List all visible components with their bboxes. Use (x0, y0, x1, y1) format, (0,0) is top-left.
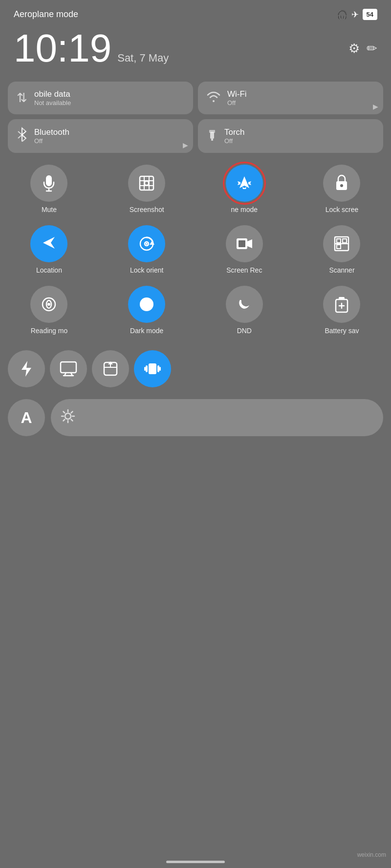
clock-date: Sat, 7 May (117, 52, 169, 64)
tile-bluetooth[interactable]: Bluetooth Off ▶ (8, 119, 193, 153)
tiles-row-1: ⇅ obile data Not available Wi-Fi Off ▶ (8, 82, 383, 114)
tile-wifi[interactable]: Wi-Fi Off ▶ (198, 82, 383, 114)
bluetooth-sub: Off (34, 137, 69, 145)
svg-point-32 (140, 297, 153, 311)
svg-marker-16 (43, 237, 55, 249)
status-bar-icons: 🎧 ✈ 54 (337, 9, 377, 20)
torch-sub: Off (224, 137, 245, 145)
wifi-sub: Off (227, 99, 247, 106)
location-label: Location (36, 266, 62, 274)
icon-item-mute[interactable]: Mute (8, 165, 90, 213)
aeroplane-circle[interactable] (226, 165, 263, 202)
svg-rect-34 (339, 297, 345, 300)
flash-circle[interactable] (8, 350, 45, 387)
bluetooth-title: Bluetooth (34, 127, 69, 137)
home-indicator[interactable] (166, 861, 225, 863)
icon-item-lockorient[interactable]: Lock orient (106, 225, 188, 274)
icon-item-darkmode[interactable]: Dark mode (106, 286, 188, 335)
svg-marker-18 (150, 241, 154, 245)
svg-line-59 (64, 420, 65, 421)
icon-grid: Mute Screenshot (0, 157, 391, 350)
icon-item-batterysaver[interactable]: Battery sav (301, 286, 383, 335)
icon-item-lockscreen[interactable]: Lock scree (301, 165, 383, 213)
svg-rect-49 (144, 367, 146, 371)
svg-point-51 (65, 413, 71, 419)
svg-rect-3 (210, 132, 214, 139)
status-bar: Aeroplane mode 🎧 ✈ 54 (0, 0, 391, 24)
readingmode-circle[interactable] (30, 286, 67, 323)
icon-row-3: Reading mo Dark mode DND (8, 286, 383, 335)
svg-rect-47 (146, 365, 148, 372)
lockorient-label: Lock orient (130, 266, 163, 274)
icon-item-scanner[interactable]: Scanner (301, 225, 383, 274)
icon-item-location[interactable]: Location (8, 225, 90, 274)
location-circle[interactable] (30, 225, 67, 262)
clock-section: 10:19 Sat, 7 May ⚙ ✏ (0, 24, 391, 78)
quick-tiles: ⇅ obile data Not available Wi-Fi Off ▶ (0, 78, 391, 157)
wifi-icon (207, 90, 220, 106)
icon-row-2: Location Lock orient (8, 225, 383, 274)
icon-item-dnd[interactable]: DND (203, 286, 285, 335)
screenshot-circle[interactable] (128, 165, 165, 202)
brightness-slider[interactable] (51, 399, 383, 436)
icon-item-screenrec[interactable]: Screen Rec (203, 225, 285, 274)
clock-left: 10:19 Sat, 7 May (14, 29, 169, 68)
bluetooth-text: Bluetooth Off (34, 127, 69, 145)
readingmode-label: Reading mo (31, 327, 68, 335)
batterysaver-circle[interactable] (323, 286, 360, 323)
screenrec-circle[interactable] (226, 225, 263, 262)
torch-title: Torch (224, 127, 245, 137)
scanner-label: Scanner (329, 266, 354, 274)
svg-point-15 (340, 184, 343, 187)
svg-line-58 (71, 412, 73, 413)
icon-row-1: Mute Screenshot (8, 165, 383, 213)
svg-rect-23 (239, 240, 245, 247)
svg-point-31 (47, 303, 50, 306)
dnd-label: DND (237, 327, 252, 335)
darkmode-circle[interactable] (128, 286, 165, 323)
screenrec-label: Screen Rec (226, 266, 262, 274)
icon-item-screenshot[interactable]: Screenshot (106, 165, 188, 213)
svg-rect-50 (159, 367, 161, 371)
svg-rect-8 (140, 176, 153, 190)
lockscreen-label: Lock scree (326, 206, 359, 213)
tiles-row-2: Bluetooth Off ▶ Torch Off (8, 119, 383, 153)
svg-rect-48 (157, 365, 159, 372)
mobile-data-icon: ⇅ (17, 90, 27, 106)
svg-rect-4 (209, 130, 215, 133)
scanner-circle[interactable] (323, 225, 360, 262)
wifi-arrow: ▶ (373, 103, 378, 110)
icon-item-readingmode[interactable]: Reading mo (8, 286, 90, 335)
torch-icon (207, 127, 217, 145)
tile-mobile-data[interactable]: ⇅ obile data Not available (8, 82, 193, 114)
watermark: weixin.com (357, 851, 386, 858)
font-size-circle[interactable]: A (8, 399, 45, 436)
mobile-data-title: obile data (34, 89, 71, 99)
bottom-row (0, 350, 391, 387)
icon-item-aeroplane[interactable]: ne mode (203, 165, 285, 213)
mute-circle[interactable] (30, 165, 67, 202)
battery-level: 54 (367, 11, 373, 18)
linkshare-circle[interactable] (92, 350, 129, 387)
desktop-circle[interactable] (50, 350, 87, 387)
brightness-sun-icon (61, 409, 75, 426)
aeroplane-label: ne mode (231, 206, 258, 213)
edit-icon[interactable]: ✏ (367, 41, 377, 56)
svg-marker-37 (22, 361, 31, 377)
lockscreen-circle[interactable] (323, 165, 360, 202)
svg-rect-46 (149, 363, 156, 374)
svg-line-56 (64, 412, 65, 413)
airplane-status-icon: ✈ (351, 9, 359, 20)
lockorient-circle[interactable] (128, 225, 165, 262)
status-bar-title: Aeroplane mode (14, 9, 78, 20)
clock-right: ⚙ ✏ (348, 41, 377, 56)
font-icon: A (21, 409, 32, 427)
svg-rect-27 (343, 239, 347, 243)
dnd-circle[interactable] (226, 286, 263, 323)
battery-indicator: 54 (363, 9, 377, 20)
mobile-data-sub: Not available (34, 99, 71, 106)
vibrate-circle[interactable] (134, 350, 171, 387)
settings-icon[interactable]: ⚙ (348, 41, 360, 56)
wifi-text: Wi-Fi Off (227, 89, 247, 106)
tile-torch[interactable]: Torch Off (198, 119, 383, 153)
